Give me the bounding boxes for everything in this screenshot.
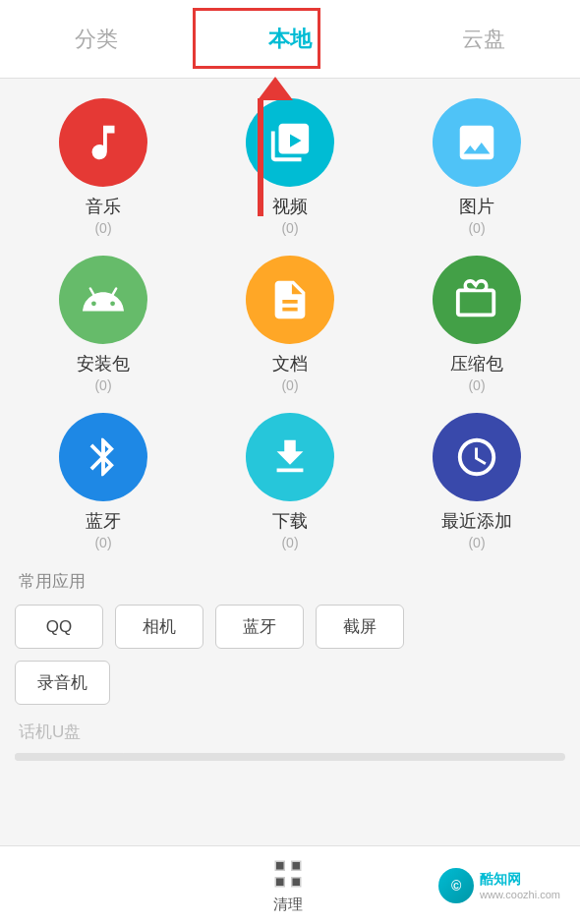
watermark-main: 酷知网: [480, 871, 560, 889]
udisk-label: 话机U盘: [15, 721, 565, 743]
recent-label: 最近添加: [441, 509, 512, 533]
udisk-progress-bg: [15, 753, 565, 761]
grid-item-music[interactable]: 音乐 (0): [15, 98, 192, 236]
app-buttons-row2: 录音机: [15, 661, 565, 705]
document-icon-circle: [246, 256, 334, 344]
tab-bar: 分类 本地 云盘: [0, 0, 580, 79]
bottom-bar: 清理 © 酷知网 www.coozhi.com: [0, 845, 580, 924]
watermark: © 酷知网 www.coozhi.com: [438, 868, 560, 903]
main-content: 音乐 (0) 视频 (0) 图片 (0) 安装包 (0): [0, 79, 580, 771]
grid-item-video[interactable]: 视频 (0): [202, 98, 378, 236]
bluetooth-count: (0): [94, 535, 111, 550]
document-label: 文档: [272, 352, 308, 375]
app-buttons-row: QQ 相机 蓝牙 截屏: [15, 605, 565, 649]
udisk-progress-fill: [15, 753, 125, 761]
grid-item-download[interactable]: 下载 (0): [202, 413, 378, 550]
grid-item-recent[interactable]: 最近添加 (0): [388, 413, 565, 550]
app-btn-bluetooth[interactable]: 蓝牙: [215, 605, 304, 649]
music-label: 音乐: [86, 195, 121, 218]
tab-bendi[interactable]: 本地: [194, 0, 387, 78]
watermark-text: 酷知网 www.coozhi.com: [480, 871, 560, 900]
tab-fenlei[interactable]: 分类: [0, 0, 194, 78]
clean-button[interactable]: 清理: [270, 856, 306, 914]
download-label: 下载: [272, 509, 308, 533]
download-icon-circle: [246, 413, 334, 501]
apk-label: 安装包: [77, 352, 130, 375]
video-icon-circle: [246, 98, 334, 187]
grid-item-archive[interactable]: 压缩包 (0): [388, 256, 565, 393]
watermark-logo: ©: [438, 868, 474, 903]
archive-count: (0): [468, 377, 485, 393]
video-label: 视频: [272, 195, 308, 218]
archive-label: 压缩包: [450, 352, 503, 375]
app-btn-recorder[interactable]: 录音机: [15, 661, 110, 705]
app-btn-screenshot[interactable]: 截屏: [316, 605, 404, 649]
video-count: (0): [281, 220, 298, 236]
music-icon-circle: [59, 98, 147, 187]
apk-count: (0): [94, 377, 111, 393]
app-btn-qq[interactable]: QQ: [15, 605, 103, 649]
apk-icon-circle: [59, 256, 147, 344]
grid-item-document[interactable]: 文档 (0): [202, 256, 378, 393]
bluetooth-label: 蓝牙: [86, 509, 121, 533]
download-count: (0): [281, 535, 298, 550]
recent-count: (0): [468, 535, 485, 550]
bluetooth-icon-circle: [59, 413, 147, 501]
image-label: 图片: [459, 195, 494, 218]
category-grid: 音乐 (0) 视频 (0) 图片 (0) 安装包 (0): [15, 98, 565, 550]
document-count: (0): [281, 377, 298, 393]
clean-icon: [270, 856, 306, 892]
grid-item-apk[interactable]: 安装包 (0): [15, 256, 192, 393]
image-count: (0): [468, 220, 485, 236]
tab-yunpan[interactable]: 云盘: [386, 0, 580, 78]
grid-item-image[interactable]: 图片 (0): [388, 98, 565, 236]
clean-label: 清理: [273, 895, 303, 914]
common-apps-label: 常用应用: [15, 570, 565, 593]
image-icon-circle: [433, 98, 521, 187]
archive-icon-circle: [433, 256, 521, 344]
watermark-sub: www.coozhi.com: [480, 889, 560, 900]
recent-icon-circle: [433, 413, 521, 501]
music-count: (0): [94, 220, 111, 236]
app-btn-camera[interactable]: 相机: [115, 605, 203, 649]
udisk-section: 话机U盘: [15, 721, 565, 761]
grid-item-bluetooth[interactable]: 蓝牙 (0): [15, 413, 192, 550]
